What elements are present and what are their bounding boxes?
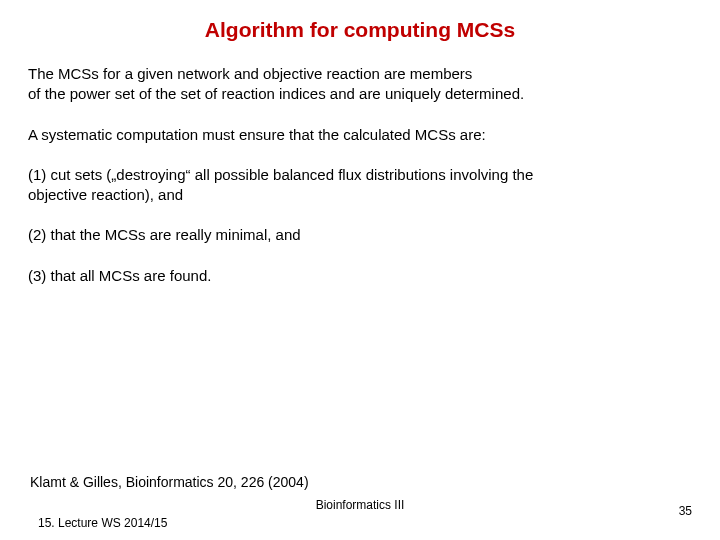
slide-body: The MCSs for a given network and objecti…	[28, 64, 692, 286]
footer-left: 15. Lecture WS 2014/15	[38, 516, 167, 530]
footer-center: Bioinformatics III	[0, 498, 720, 512]
paragraph-1-line-2: of the power set of the set of reaction …	[28, 84, 692, 104]
paragraph-3-line-2: objective reaction), and	[28, 185, 692, 205]
paragraph-5: (3) that all MCSs are found.	[28, 266, 692, 286]
paragraph-4: (2) that the MCSs are really minimal, an…	[28, 225, 692, 245]
paragraph-1: The MCSs for a given network and objecti…	[28, 64, 692, 105]
paragraph-3: (1) cut sets („destroying“ all possible …	[28, 165, 692, 206]
citation: Klamt & Gilles, Bioinformatics 20, 226 (…	[30, 474, 309, 490]
slide-title: Algorithm for computing MCSs	[28, 18, 692, 42]
slide: Algorithm for computing MCSs The MCSs fo…	[0, 0, 720, 540]
paragraph-1-line-1: The MCSs for a given network and objecti…	[28, 64, 692, 84]
paragraph-2: A systematic computation must ensure tha…	[28, 125, 692, 145]
paragraph-3-line-1: (1) cut sets („destroying“ all possible …	[28, 165, 692, 185]
slide-number: 35	[679, 504, 692, 518]
